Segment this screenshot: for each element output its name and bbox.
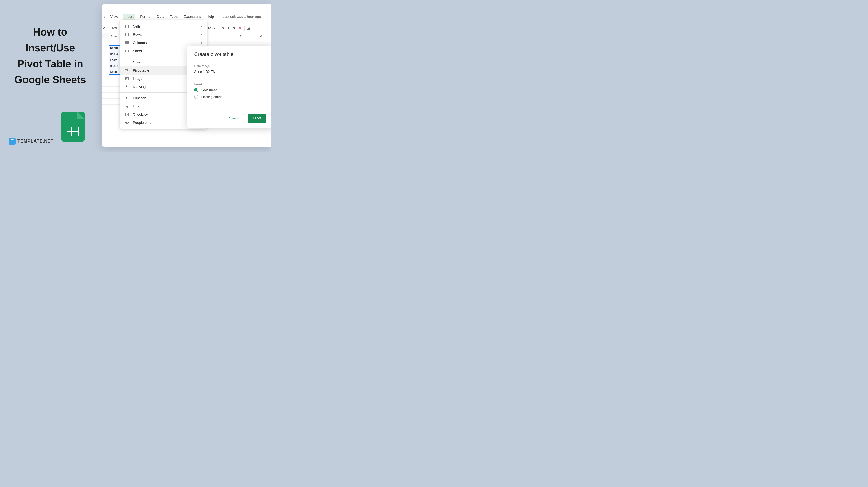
corner-cell — [101, 33, 109, 39]
cancel-button[interactable]: Cancel — [223, 114, 245, 123]
row-number[interactable] — [101, 69, 109, 75]
dialog-title: Create pivot table — [194, 52, 266, 57]
data-range-input[interactable]: Sheet1!B2:E6 — [194, 70, 266, 76]
logo-badge: T — [8, 138, 16, 145]
strikethrough-button[interactable]: S — [232, 27, 236, 30]
title-line: How to — [14, 24, 86, 40]
bold-button[interactable]: B — [221, 27, 224, 30]
row-number[interactable] — [101, 57, 109, 63]
cell-b5[interactable]: Baseb — [109, 63, 120, 69]
title-line: Insert/Use — [14, 40, 86, 56]
svg-rect-12 — [125, 69, 127, 70]
chart-icon — [124, 60, 130, 64]
print-icon[interactable]: 🖶 — [103, 27, 106, 30]
row-number[interactable] — [101, 51, 109, 57]
screenshot-panel: t View Insert Format Data Tools Extensio… — [101, 4, 271, 147]
create-pivot-table-dialog: Create pivot table Data range Sheet1!B2:… — [187, 45, 271, 128]
data-range-label: Data range — [194, 64, 266, 68]
radio-unchecked-icon — [194, 95, 198, 99]
col-header-f[interactable]: F — [227, 33, 254, 39]
menu-tools[interactable]: Tools — [169, 14, 179, 19]
col-header-g[interactable]: G — [254, 33, 269, 39]
columns-icon — [124, 41, 130, 44]
svg-rect-13 — [127, 71, 128, 72]
tutorial-title: How to Insert/Use Pivot Table in Google … — [14, 24, 86, 88]
create-button[interactable]: Creat — [248, 114, 266, 123]
template-net-logo: T TEMPLATE.NET — [8, 138, 54, 145]
zoom-level[interactable]: 100 — [112, 27, 117, 30]
drawing-icon — [124, 85, 130, 89]
menu-data[interactable]: Data — [156, 14, 165, 19]
cell[interactable] — [109, 39, 120, 45]
text-color-button[interactable]: A — [238, 26, 242, 30]
svg-rect-4 — [125, 41, 128, 44]
font-size[interactable]: 10 — [208, 27, 211, 30]
svg-rect-8 — [125, 50, 127, 51]
menu-help[interactable]: Help — [206, 14, 215, 19]
menu-partial[interactable]: t — [103, 14, 105, 19]
title-line: Pivot Table in — [14, 56, 86, 72]
sheets-grid-icon — [67, 127, 79, 136]
svg-rect-11 — [128, 61, 128, 64]
svg-rect-9 — [126, 62, 126, 64]
google-sheets-icon — [61, 112, 85, 142]
cells-icon — [124, 25, 130, 28]
cell-b3[interactable]: Baske — [109, 51, 120, 57]
svg-rect-17 — [127, 87, 128, 88]
title-line: Google Sheets — [14, 72, 86, 88]
title-panel: How to Insert/Use Pivot Table in Google … — [0, 0, 100, 152]
radio-new-sheet[interactable]: New sheet — [194, 88, 266, 92]
submenu-arrow-icon: ▶ — [201, 41, 203, 44]
svg-rect-1 — [125, 33, 128, 36]
submenu-arrow-icon: ▶ — [201, 33, 203, 36]
row-number[interactable] — [101, 45, 109, 51]
checkbox-icon — [124, 113, 130, 116]
menu-cells[interactable]: Cells ▶ — [120, 22, 207, 30]
menu-extensions[interactable]: Extensions — [183, 14, 202, 19]
menu-insert[interactable]: Insert — [123, 14, 135, 20]
menu-format[interactable]: Format — [140, 14, 152, 19]
cell-b6[interactable]: Dodge — [109, 69, 120, 75]
cell-b2[interactable]: Ranki — [109, 45, 120, 51]
dialog-actions: Cancel Creat — [194, 114, 266, 123]
svg-rect-10 — [127, 62, 127, 64]
radio-existing-sheet[interactable]: Existing sheet — [194, 95, 266, 99]
svg-point-16 — [126, 86, 127, 87]
row-number[interactable] — [101, 63, 109, 69]
logo-text: TEMPLATE.NET — [18, 139, 54, 144]
menu-rows[interactable]: Rows ▶ — [120, 30, 207, 39]
function-icon: Σ — [124, 96, 130, 100]
svg-rect-0 — [125, 25, 128, 28]
fill-color-icon[interactable]: ◢ — [247, 26, 250, 30]
link-icon — [124, 104, 130, 108]
menu-view[interactable]: View — [110, 14, 119, 19]
radio-checked-icon — [194, 88, 198, 92]
svg-point-15 — [126, 78, 127, 79]
image-icon — [124, 77, 130, 81]
italic-button[interactable]: I — [227, 27, 230, 30]
insert-to-label: Insert to — [194, 83, 266, 86]
pivot-table-icon — [124, 69, 130, 72]
svg-point-20 — [126, 122, 127, 123]
row-number[interactable] — [101, 39, 109, 45]
people-chip-icon — [124, 121, 130, 125]
rows-icon — [124, 33, 130, 36]
col-header[interactable]: Rank — [109, 33, 119, 39]
separator — [244, 26, 245, 31]
last-edit-link[interactable]: Last edit was 1 hour ago — [222, 15, 261, 19]
submenu-arrow-icon: ▶ — [201, 25, 203, 28]
menu-bar: t View Insert Format Data Tools Extensio… — [101, 14, 261, 20]
cell-b4[interactable]: Footb — [109, 57, 120, 63]
sheet-icon — [124, 49, 130, 53]
dropdown-icon[interactable]: ▾ — [214, 26, 215, 30]
